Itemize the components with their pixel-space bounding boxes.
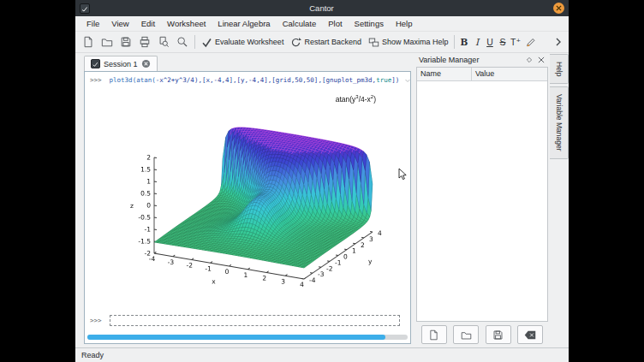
worksheet[interactable]: >>> plot3d(atan(-x^2+y^3/4),[x,-4,4],[y,… [84, 71, 411, 344]
toolbar-separator [454, 35, 455, 49]
new-document-icon [82, 36, 94, 48]
panel-title: Variable Manager [419, 56, 522, 64]
window-title: Cantor [90, 3, 553, 13]
cantor-window: Cantor File View Edit Worksheet Linear A… [75, 0, 569, 362]
new-worksheet-button[interactable] [79, 34, 98, 50]
print-button[interactable] [135, 34, 154, 50]
session-progressbar [87, 335, 408, 340]
menu-item-worksheet[interactable]: Worksheet [161, 17, 212, 30]
worksheet-entry: >>> plot3d(atan(-x^2+y^3/4),[x,-4,4],[y,… [90, 76, 407, 84]
variable-table: Name Value [416, 67, 548, 322]
worksheet-entry-empty: >>> [90, 315, 400, 326]
variable-list[interactable] [417, 81, 547, 321]
new-document-icon [428, 329, 439, 341]
chevron-down-icon[interactable] [404, 77, 411, 84]
superscript-button[interactable]: T⁺ [509, 35, 522, 49]
plot-output: atan(y3/4-x2) [92, 91, 400, 308]
printer-icon [139, 36, 151, 48]
tabbar: Session 1 [84, 53, 411, 71]
print-preview-icon [158, 36, 170, 48]
mouse-cursor [398, 168, 408, 181]
chevron-right-icon [554, 37, 563, 47]
titlebar[interactable]: Cantor [75, 0, 569, 16]
menu-item-view[interactable]: View [105, 17, 134, 30]
main-content: Session 1 >>> plot3d(atan(-x^2+y^3/4),[x… [75, 53, 569, 347]
side-tab-strip: Help Variable Manager [550, 53, 569, 347]
open-button[interactable] [98, 34, 116, 50]
find-button[interactable] [173, 34, 192, 50]
panel-float-button[interactable] [525, 56, 534, 64]
variable-manager-toolbar [416, 322, 548, 347]
evaluate-icon [201, 37, 212, 48]
variable-manager-header: Variable Manager [416, 53, 548, 67]
panel-close-button[interactable] [537, 56, 546, 64]
save-variables-button[interactable] [486, 325, 511, 344]
menubar: File View Edit Worksheet Linear Algebra … [75, 16, 569, 32]
worksheet-pane: Session 1 >>> plot3d(atan(-x^2+y^3/4),[x… [75, 53, 414, 347]
text-highlight-button[interactable] [522, 34, 540, 50]
save-icon [120, 36, 132, 48]
statusbar: Ready [75, 347, 569, 362]
tab-close-icon[interactable] [141, 59, 151, 68]
italic-button[interactable]: I [470, 35, 483, 49]
plot-annotation: atan(y3/4-x2) [336, 94, 376, 104]
entry-actions [404, 77, 411, 84]
strikethrough-button[interactable]: S [496, 35, 509, 49]
window-close-button[interactable] [553, 3, 564, 14]
toolbar-separator [194, 35, 195, 49]
menu-item-plot[interactable]: Plot [322, 17, 348, 30]
clear-variables-button[interactable] [517, 325, 543, 344]
close-icon [537, 56, 546, 64]
bold-button[interactable]: B [457, 35, 470, 49]
column-header-value[interactable]: Value [472, 68, 498, 80]
menu-item-help[interactable]: Help [390, 17, 419, 30]
status-text: Ready [81, 351, 104, 359]
prompt: >>> [90, 76, 102, 84]
column-header-name[interactable]: Name [417, 68, 472, 80]
variable-table-header: Name Value [417, 68, 547, 81]
command-input[interactable]: plot3d(atan(-x^2+y^3/4),[x,-4,4],[y,-4,4… [110, 76, 400, 84]
search-icon [176, 36, 188, 48]
underline-button[interactable]: U [483, 35, 496, 49]
tab-label: Session 1 [104, 60, 138, 68]
folder-icon [461, 329, 472, 341]
restart-icon [290, 37, 301, 48]
toolbar-overflow-button[interactable] [552, 35, 565, 49]
side-tab-help[interactable]: Help [550, 54, 569, 84]
save-icon [492, 329, 504, 341]
menu-item-edit[interactable]: Edit [135, 17, 161, 30]
tab-session1[interactable]: Session 1 [84, 56, 158, 71]
menu-item-calculate[interactable]: Calculate [277, 17, 323, 30]
session-icon [91, 59, 100, 68]
plot3d-canvas [92, 91, 395, 308]
undock-icon [525, 56, 534, 64]
print-preview-button[interactable] [154, 34, 173, 50]
variable-manager-panel: Variable Manager Name Value [416, 53, 548, 347]
help-browser-icon [368, 37, 379, 48]
backspace-icon [524, 329, 536, 341]
menu-item-file[interactable]: File [80, 17, 105, 30]
side-tab-variable-manager[interactable]: Variable Manager [550, 86, 569, 158]
save-button[interactable] [116, 34, 135, 50]
restart-backend-button[interactable]: Restart Backend [287, 35, 365, 50]
menu-item-linear-algebra[interactable]: Linear Algebra [212, 17, 276, 30]
toolbar: Evaluate Worksheet Restart Backend Show … [75, 32, 569, 53]
prompt: >>> [90, 317, 102, 324]
menu-item-settings[interactable]: Settings [349, 17, 390, 30]
show-maxima-help-button[interactable]: Show Maxima Help [365, 35, 452, 50]
progress-fill [87, 335, 385, 340]
app-icon [80, 3, 90, 14]
screen: Cantor File View Edit Worksheet Linear A… [0, 0, 644, 362]
load-variables-button[interactable] [453, 325, 479, 344]
command-input-empty[interactable] [110, 315, 400, 326]
new-variable-button[interactable] [421, 325, 447, 344]
evaluate-worksheet-button[interactable]: Evaluate Worksheet [198, 35, 287, 50]
highlighter-icon [525, 36, 537, 48]
folder-icon [101, 36, 113, 48]
